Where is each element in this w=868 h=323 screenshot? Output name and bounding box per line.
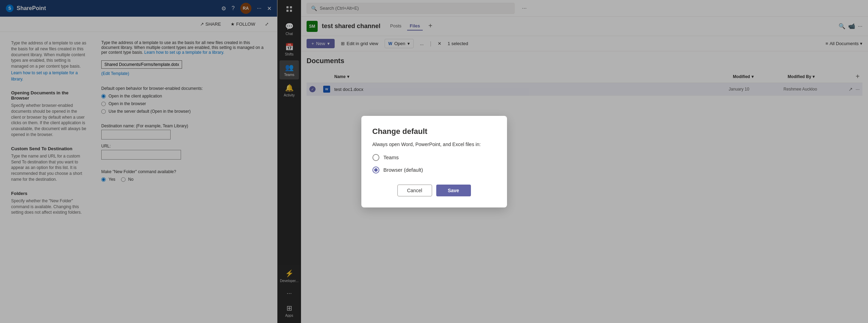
change-default-modal: Change default Always open Word, PowerPo… — [361, 116, 507, 207]
modal-footer: Cancel Save — [372, 185, 496, 196]
modal-title: Change default — [372, 127, 496, 136]
modal-radio-teams[interactable] — [372, 154, 379, 161]
modal-option-teams-label: Teams — [384, 154, 399, 160]
modal-option-browser[interactable]: Browser (default) — [372, 167, 496, 173]
modal-save-button[interactable]: Save — [436, 185, 471, 196]
modal-overlay: Change default Always open Word, PowerPo… — [0, 0, 868, 323]
modal-cancel-button[interactable]: Cancel — [397, 185, 432, 196]
modal-options: Teams Browser (default) — [372, 154, 496, 173]
modal-subtitle: Always open Word, PowerPoint, and Excel … — [372, 142, 496, 147]
modal-radio-browser[interactable] — [372, 167, 379, 173]
modal-option-browser-label: Browser (default) — [384, 167, 423, 173]
modal-option-teams[interactable]: Teams — [372, 154, 496, 161]
